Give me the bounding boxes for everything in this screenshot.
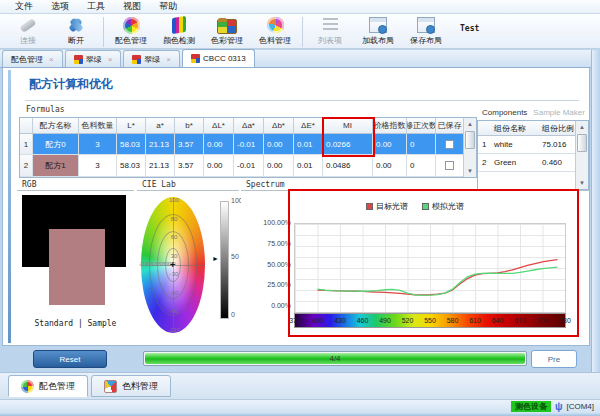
formulas-table[interactable]: 配方名称色料数量L*a*b*ΔL*Δa*Δb*ΔE*MI价格指数修正次数已保存1…: [19, 117, 477, 178]
cell: 21.13: [146, 155, 175, 176]
toolbar-button-list: 列表项: [306, 16, 354, 48]
toolbar-button-palette[interactable]: 色料管理: [251, 16, 299, 48]
y-tick-label: 0.00%: [271, 302, 291, 309]
doc-tab-翠绿[interactable]: 翠绿×: [123, 50, 180, 67]
toolbar-button-colorwheel[interactable]: 配色管理: [107, 16, 155, 48]
footer-tab-配色管理[interactable]: 配色管理: [8, 375, 88, 397]
legend-item-模拟光谱: 模拟光谱: [422, 201, 464, 212]
rgb-caption: Standard | Sample: [17, 319, 134, 328]
header-cell-已保存[interactable]: 已保存: [436, 118, 464, 133]
header-cell-a*[interactable]: a*: [146, 118, 175, 133]
scrollbar-thumb[interactable]: [465, 131, 475, 149]
header-cell-修正次数[interactable]: 修正次数: [407, 118, 436, 133]
formula-row[interactable]: 2配方1358.0321.133.570.00-0.010.000.010.04…: [20, 155, 476, 177]
x-tick-label: 670: [514, 317, 526, 324]
header-cell-MI[interactable]: MI: [323, 118, 373, 133]
toolbar-button-label: 色彩管理: [211, 35, 243, 46]
cell-saved: [436, 134, 464, 155]
footer-tab-色料管理[interactable]: 色料管理: [91, 375, 171, 397]
menu-item-工具[interactable]: 工具: [78, 0, 114, 13]
close-icon[interactable]: ×: [166, 55, 171, 64]
cell: 3.57: [175, 155, 204, 176]
header-cell-ΔL*[interactable]: ΔL*: [204, 118, 234, 133]
toolbar-button-colorbars[interactable]: 颜色检测: [155, 16, 203, 48]
scrollbar-thumb[interactable]: [577, 134, 587, 152]
header-cell-价格指数[interactable]: 价格指数: [373, 118, 407, 133]
header-cell-b*[interactable]: b*: [175, 118, 204, 133]
doc-tab-CBCC 0313[interactable]: CBCC 0313: [182, 49, 255, 67]
components-table[interactable]: 组份名称组份比例1white75.0162Green0.460 ▲ ▼: [477, 120, 589, 190]
header-cell-Δa*[interactable]: Δa*: [234, 118, 264, 133]
y-tick-label: 100.00%: [263, 219, 291, 226]
header-cell-色料数量[interactable]: 色料数量: [79, 118, 117, 133]
toolbar-button-disconnect[interactable]: 断开: [52, 16, 100, 48]
document-tab-bar: 配色管理×翠绿×翠绿×CBCC 0313: [0, 50, 600, 68]
cie-axis-label: -90: [170, 308, 179, 314]
header-cell-ΔE*[interactable]: ΔE*: [294, 118, 323, 133]
component-row[interactable]: 2Green0.460: [478, 154, 588, 172]
formulas-section-label: Formulas: [23, 105, 68, 114]
header-cell-L*[interactable]: L*: [117, 118, 146, 133]
disconnect-icon: [66, 16, 86, 34]
cell: 0.0266: [323, 134, 373, 155]
window-right-border: [591, 50, 600, 399]
pre-button[interactable]: Pre: [531, 350, 577, 368]
series-模拟光谱: [318, 267, 558, 295]
scroll-down-icon[interactable]: ▼: [576, 177, 588, 189]
components-tabs: ComponentsSample Maker: [479, 108, 588, 117]
row-number: 2: [478, 158, 490, 167]
color-squares-icon: [132, 55, 141, 64]
application-window: 文件选项工具视图帮助 连接断开配色管理颜色检测色彩管理色料管理列表项加载布局保存…: [0, 0, 600, 416]
cell: -0.01: [234, 134, 264, 155]
menu-item-文件[interactable]: 文件: [6, 0, 42, 13]
header-cell-Δb*[interactable]: Δb*: [264, 118, 294, 133]
close-icon[interactable]: ×: [108, 55, 113, 64]
toolbar-button-label: 加载布局: [362, 35, 394, 46]
x-tick-label: 490: [379, 317, 391, 324]
lightness-gradient-bar[interactable]: [220, 201, 229, 319]
saved-checkbox[interactable]: [445, 161, 454, 170]
close-icon[interactable]: ×: [49, 55, 54, 64]
palette-icon: [104, 380, 117, 393]
scroll-up-icon[interactable]: ▲: [576, 121, 588, 133]
doc-tab-翠绿[interactable]: 翠绿×: [65, 50, 122, 67]
formula-row[interactable]: 1配方0358.0321.133.570.00-0.010.000.010.02…: [20, 134, 476, 156]
components-scrollbar[interactable]: ▲ ▼: [575, 121, 588, 189]
legend-label: 目标光谱: [376, 201, 408, 212]
menu-item-帮助[interactable]: 帮助: [150, 0, 186, 13]
x-tick-label: 430: [334, 317, 346, 324]
tab-components[interactable]: Components: [482, 108, 527, 117]
cie-axis-label: -60: [170, 290, 179, 296]
cell-saved: [436, 155, 464, 176]
color-squares-icon: [74, 55, 83, 64]
header-cell-name[interactable]: 组份名称: [490, 123, 538, 134]
scroll-up-icon[interactable]: ▲: [464, 118, 476, 130]
x-tick-label: 730: [559, 317, 571, 324]
cell: 3.57: [175, 134, 204, 155]
x-tick-label: 370: [289, 317, 301, 324]
header-cell-ratio[interactable]: 组份比例: [538, 123, 576, 134]
cie-axis-label: 30: [171, 253, 178, 259]
cell: 0: [407, 134, 436, 155]
toolbar-button-label: 配色管理: [115, 35, 147, 46]
toolbar-button-label: 色料管理: [259, 35, 291, 46]
toolbar-button-layout[interactable]: 加载布局: [354, 16, 402, 48]
cie-lab-panel: 100806030-30-60-90-120 -120-90-60-30 30 …: [137, 190, 239, 342]
progress-text: 4/4: [144, 352, 526, 365]
toolbar-button-layout[interactable]: 保存布局: [402, 16, 450, 48]
doc-tab-配色管理[interactable]: 配色管理×: [2, 50, 63, 67]
menu-item-视图[interactable]: 视图: [114, 0, 150, 13]
cell: 0.0486: [323, 155, 373, 176]
menu-item-选项[interactable]: 选项: [42, 0, 78, 13]
formulas-scrollbar[interactable]: ▲ ▼: [463, 118, 476, 177]
saved-checkbox[interactable]: [445, 140, 454, 149]
cell: 配方1: [33, 155, 79, 176]
header-cell-配方名称[interactable]: 配方名称: [33, 118, 79, 133]
wavelength-gradient-axis: 370400430460490520550580610640670700730: [294, 313, 566, 328]
toolbar-button-folder[interactable]: 色彩管理: [203, 16, 251, 48]
scroll-down-icon[interactable]: ▼: [464, 165, 476, 177]
reset-button[interactable]: Reset: [33, 350, 107, 368]
tab-sample-maker[interactable]: Sample Maker: [533, 108, 585, 117]
spectrum-panel-label: Spectrum: [243, 180, 288, 189]
component-row[interactable]: 1white75.016: [478, 136, 588, 154]
